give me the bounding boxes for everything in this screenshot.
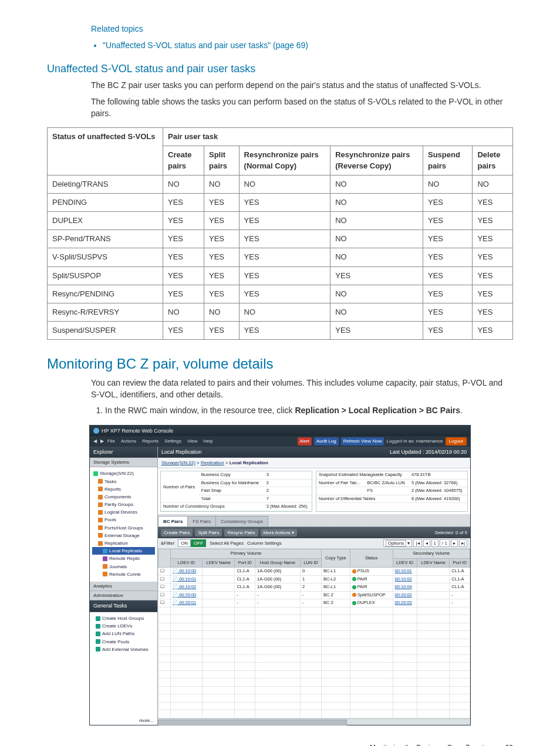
sec-ldev-link[interactable]: 00:10:02 [393,575,417,583]
row-checkbox[interactable]: ☐ [158,591,171,599]
row-checkbox[interactable]: ☐ [158,583,171,592]
pair-row[interactable]: ☐📄 00:10:00CL1-A1A-G00 (00)0BC-L1PSUS00:… [158,568,470,576]
pager-prev[interactable]: ◂ [423,539,430,547]
tree-node[interactable]: Tasks [92,478,155,485]
options-button[interactable]: Options ▾ [383,539,413,547]
general-task-item[interactable]: Add External Volumes [92,646,155,653]
tree-node[interactable]: Replication [92,539,155,547]
pager-page[interactable]: 1 [431,539,438,547]
hp-logo-icon [93,428,99,434]
more-actions-button[interactable]: More Actions ▾ [261,529,297,536]
pager-first[interactable]: |◂ [413,539,421,547]
filter-off[interactable]: OFF [191,539,206,547]
menu-item[interactable]: View [187,438,197,444]
tree-label: External Storage [104,532,140,539]
sec-ldev-link[interactable]: 00:10:01 [393,568,417,576]
menu-item[interactable]: Settings [164,438,181,444]
tree-node[interactable]: Remote Conne [92,571,155,578]
tree-node[interactable]: Logical Devices [92,508,155,516]
administration-header[interactable]: Administration [90,591,157,600]
horizontal-scrollbar[interactable] [158,718,470,725]
analytics-header[interactable]: Analytics [90,582,157,591]
general-task-item[interactable]: Create Pools [92,638,155,646]
status-cell: Split/SUSPOP [48,266,163,285]
ldev-link[interactable]: 📄 00:10:01 [171,575,203,583]
pager-last[interactable]: ▸| [459,539,467,547]
more-link[interactable]: more... [90,716,157,725]
tree-node[interactable]: Storage(S/N:22) [92,470,155,477]
resync-pairs-button[interactable]: Resync Pairs [224,529,258,536]
related-link-text[interactable]: "Unaffected S-VOL status and pair user t… [103,40,308,50]
main-title: Local Replication [161,448,202,456]
storage-systems-header[interactable]: Storage Systems [90,458,157,467]
nav-arrow-icon[interactable]: ▶ [100,438,104,444]
tree-node[interactable]: Remote Replic [92,555,155,562]
sec-ldev-link[interactable]: 00:20:02 [393,591,417,599]
breadcrumb-storage[interactable]: Storage(S/N:22) [161,460,195,465]
ldev-link[interactable]: 📄 00:20:00 [171,591,203,599]
pair-cell: 0 [300,568,321,576]
pair-row[interactable]: ☐📄 00:20:00---BC ZSplit/SUSPOP00:20:02- [158,591,470,599]
breadcrumb-replication[interactable]: Replication [201,460,224,465]
menu-item[interactable]: File [107,438,115,444]
nav-arrow-icon[interactable]: ◀ [93,438,97,444]
filter-on[interactable]: ON [178,539,191,547]
pair-row[interactable]: ☐📄 00:20:01---BC ZDUPLEX00:20:03- [158,599,470,607]
sec-ldev-link[interactable]: 00:10:04 [393,583,417,592]
logout-button[interactable]: Logout [446,437,467,445]
split-pairs-button[interactable]: Split Pairs [195,529,222,536]
column-settings[interactable]: Column Settings [247,540,282,546]
tree-label: Reports [104,486,121,492]
general-task-item[interactable]: Create Host Groups [92,615,155,622]
tree-node[interactable]: Pools [92,516,155,524]
task-icon [96,639,100,644]
menu-item[interactable]: Help [203,438,212,444]
menu-item[interactable]: Reports [142,438,158,444]
steps-list: In the RWC main window, in the resource … [91,405,513,417]
general-task-item[interactable]: Add LUN Paths [92,630,155,637]
sec-ldev-link[interactable]: 00:20:03 [393,599,417,607]
tab-bc-pairs[interactable]: BC Pairs [158,516,188,526]
auditlog-button[interactable]: Audit Log [314,437,339,445]
row-checkbox[interactable]: ☐ [158,599,171,607]
ldev-link[interactable]: 📄 00:10:00 [171,568,203,576]
value-cell: YES [423,193,472,211]
sl-ncgv: 3 (Max Allowed: 256) [264,503,312,511]
scrollbar-thumb[interactable] [158,720,347,725]
filter-toggle[interactable]: ON OFF [178,539,206,547]
tree-node[interactable]: Components [92,493,155,501]
ldev-link[interactable]: 📄 00:20:01 [171,599,203,607]
pager: Options ▾ |◂ ◂ 1 / 1 ▸ ▸| [383,539,467,547]
task-icon [96,647,100,652]
refresh-button[interactable]: Refresh View Now [341,437,384,445]
tree-node[interactable]: External Storage [92,532,155,539]
menu-item[interactable]: Actions [121,438,136,444]
pair-cell [417,568,450,576]
related-topic-link[interactable]: "Unaffected S-VOL status and pair user t… [103,40,513,52]
tree-label: Remote Replic [109,555,140,562]
tree-node[interactable]: Ports/Host Groups [92,524,155,532]
pair-row[interactable]: ☐📄 00:10:01CL1-A1A-G00 (00)1BC-L2PAIR00:… [158,575,470,583]
row-checkbox[interactable]: ☐ [158,575,171,583]
row-checkbox[interactable]: ☐ [158,568,171,576]
status-cell: Resync/PENDING [48,285,163,303]
tab-consistency-groups[interactable]: Consistency Groups [215,516,268,526]
pager-next[interactable]: ▸ [451,539,458,547]
th-primary: Primary Volume [171,549,322,559]
general-task-item[interactable]: Create LDEVs [92,622,155,630]
pair-row[interactable]: ☐📄 00:10:02CL1-A1A-G00 (00)2BC-L1PAIR00:… [158,583,470,592]
tree-node[interactable]: Reports [92,485,155,493]
sl-fs: Fast Snap [199,487,264,495]
tree-node[interactable]: Journals [92,563,155,571]
main-panel: Local Replication Last Updated : 2014/02… [158,447,470,725]
ldev-link[interactable]: 📄 00:10:02 [171,583,203,592]
select-all-pages[interactable]: Select All Pages [210,540,244,546]
create-pairs-button[interactable]: Create Pairs [161,529,193,536]
tree-node[interactable]: Local Replicatio [92,547,155,555]
tree-node[interactable]: Parity Groups [92,501,155,508]
tree-label: Remote Conne [109,571,141,578]
tab-fs-pairs[interactable]: FS Pairs [187,516,216,526]
th-col: Suspend pairs [423,146,472,175]
alert-button[interactable]: Alert [298,437,312,445]
value-cell: YES [423,303,472,322]
